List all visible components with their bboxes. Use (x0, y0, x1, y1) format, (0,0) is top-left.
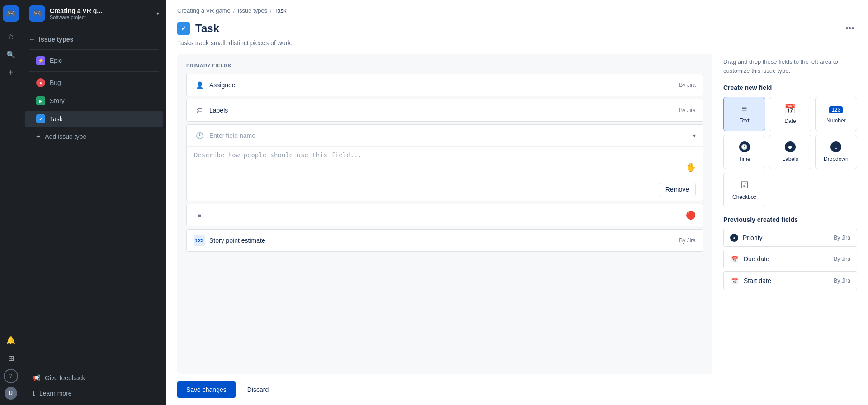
date-type-label: Date (784, 118, 796, 124)
story-point-icon: 123 (194, 235, 205, 246)
cursor-icon: 🖐 (686, 162, 696, 172)
prev-field-by-due-date: By Jira (834, 256, 850, 262)
prev-field-due-date[interactable]: 📅 Due date By Jira (723, 250, 857, 268)
prev-fields-section: Previously created fields ● Priority By … (723, 216, 857, 290)
field-row-labels: 🏷 Labels By Jira (186, 99, 703, 122)
dropdown-type-icon: ⌄ (830, 141, 841, 152)
field-name-input[interactable] (209, 132, 689, 139)
notifications-icon[interactable]: 🔔 (4, 333, 18, 347)
field-description-input[interactable] (194, 147, 696, 170)
sidebar-item-story[interactable]: ▶ Story (25, 93, 163, 109)
breadcrumb-issue-types[interactable]: Issue types (237, 7, 267, 14)
breadcrumb-sep-1: / (233, 7, 235, 14)
breadcrumb-project[interactable]: Creating a VR game (177, 7, 231, 14)
remove-field-button[interactable]: Remove (659, 183, 696, 196)
fields-panel: PRIMARY FIELDS 👤 Assignee By Jira 🏷 Labe… (177, 54, 712, 374)
feedback-label: Give feedback (45, 374, 85, 381)
search-icon[interactable]: 🔍 (4, 47, 18, 61)
new-field-type-icon: 🕐 (194, 130, 205, 141)
time-type-label: Time (739, 156, 750, 162)
field-type-grid: ≡ Text 📅 Date 123 Number 🕐 (723, 97, 857, 207)
error-field-icon: ≡ (194, 210, 205, 221)
sidebar-item-label-epic: Epic (50, 57, 62, 64)
project-header[interactable]: 🎮 Creating a VR g... Software project ▾ (22, 0, 166, 27)
new-field-top: 🕐 ▾ (187, 125, 703, 146)
date-type-icon: 📅 (784, 104, 796, 114)
home-icon[interactable]: 🎮 (3, 5, 19, 22)
right-panel-hint: Drag and drop these fields to the left a… (723, 54, 857, 75)
start-date-icon: 📅 (730, 276, 739, 285)
labels-type-label: Labels (782, 156, 798, 162)
prev-field-label-priority: Priority (743, 234, 829, 241)
back-label: Issue types (39, 36, 73, 43)
field-by-labels: By Jira (679, 107, 696, 113)
field-type-labels[interactable]: ◆ Labels (769, 135, 811, 169)
field-type-time[interactable]: 🕐 Time (723, 135, 765, 169)
field-type-checkbox[interactable]: ☑ Checkbox (723, 173, 765, 207)
field-description-area: 🖐 (187, 146, 703, 178)
learn-more-label: Learn more (39, 390, 72, 397)
main-content: Creating a VR game / Issue types / Task … (166, 0, 868, 405)
field-row-error: ≡ 🔴 (186, 204, 703, 226)
breadcrumb: Creating a VR game / Issue types / Task (166, 0, 868, 18)
field-by-story-point: By Jira (679, 237, 696, 244)
priority-icon: ● (730, 234, 738, 242)
story-icon: ▶ (36, 96, 45, 105)
discard-button[interactable]: Discard (240, 381, 276, 398)
field-type-date[interactable]: 📅 Date (769, 97, 811, 131)
prev-field-priority[interactable]: ● Priority By Jira (723, 229, 857, 247)
learn-more-btn[interactable]: ℹ Learn more (25, 386, 163, 400)
project-chevron-icon: ▾ (156, 10, 159, 17)
page-header: ✓ Task ••• (166, 18, 868, 38)
nav-icons-bar: 🎮 ☆ 🔍 + 🔔 ⊞ ? U (0, 0, 22, 405)
apps-icon[interactable]: ⊞ (4, 351, 18, 365)
prev-field-by-start-date: By Jira (834, 278, 850, 284)
field-type-dropdown[interactable]: ⌄ Dropdown (815, 135, 857, 169)
sidebar-divider-2 (29, 49, 159, 50)
project-name: Creating a VR g... (50, 7, 122, 14)
dropdown-type-label: Dropdown (824, 156, 849, 162)
epic-icon: ⚡ (36, 56, 45, 65)
text-type-icon: ≡ (742, 104, 747, 114)
avatar[interactable]: U (5, 387, 17, 400)
field-type-number[interactable]: 123 Number (815, 97, 857, 131)
number-type-label: Number (826, 118, 846, 124)
sidebar-bottom: 📢 Give feedback ℹ Learn more (22, 366, 166, 405)
help-icon[interactable]: ? (4, 369, 18, 383)
due-date-icon: 📅 (730, 254, 739, 264)
back-to-issue-types[interactable]: ← Issue types (22, 31, 166, 47)
number-badge: 123 (829, 106, 843, 113)
add-issue-type-btn[interactable]: + Add issue type (25, 129, 163, 144)
more-options-button[interactable]: ••• (843, 21, 857, 36)
page-title-icon: ✓ (177, 22, 190, 35)
sidebar-divider-3 (29, 71, 159, 72)
labels-type-icon: ◆ (785, 141, 796, 152)
error-icon: 🔴 (686, 210, 696, 220)
info-icon: ℹ (33, 390, 35, 397)
prev-field-label-due-date: Due date (744, 255, 829, 263)
checkbox-type-icon: ☑ (741, 179, 749, 190)
time-type-icon: 🕐 (739, 141, 750, 152)
sidebar-item-bug[interactable]: ● Bug (25, 75, 163, 91)
field-row-story-point: 123 Story point estimate By Jira (186, 229, 703, 252)
labels-icon: 🏷 (194, 105, 205, 116)
give-feedback-btn[interactable]: 📢 Give feedback (25, 371, 163, 385)
feedback-icon: 📢 (33, 374, 40, 381)
sidebar-item-label-task: Task (50, 115, 63, 122)
prev-fields-title: Previously created fields (723, 216, 857, 223)
task-icon: ✓ (36, 114, 45, 123)
create-new-field-title: Create new field (723, 84, 857, 91)
sidebar-item-epic[interactable]: ⚡ Epic (25, 52, 163, 69)
content-area: PRIMARY FIELDS 👤 Assignee By Jira 🏷 Labe… (166, 54, 868, 374)
field-chevron-icon[interactable]: ▾ (693, 132, 696, 139)
save-changes-button[interactable]: Save changes (177, 381, 236, 398)
add-issue-type-label: Add issue type (45, 133, 86, 140)
sidebar-item-task[interactable]: ✓ Task (25, 111, 163, 127)
add-icon[interactable]: + (4, 65, 18, 80)
page-title: Task (195, 22, 837, 35)
field-type-text[interactable]: ≡ Text (723, 97, 765, 131)
star-icon[interactable]: ☆ (4, 29, 18, 43)
prev-field-start-date[interactable]: 📅 Start date By Jira (723, 271, 857, 290)
back-arrow-icon: ← (29, 36, 35, 43)
new-field-row: 🕐 ▾ 🖐 Remove (186, 124, 703, 201)
